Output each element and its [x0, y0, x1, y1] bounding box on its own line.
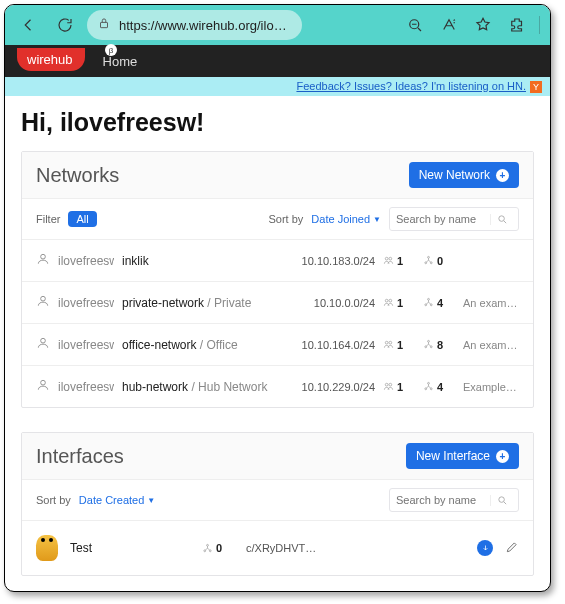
- zoom-icon[interactable]: [403, 13, 427, 37]
- favorite-icon[interactable]: [471, 13, 495, 37]
- owner: ilovefreesw: [58, 254, 114, 268]
- public-key: c/XRyDHVT…: [246, 542, 356, 554]
- svg-point-9: [41, 296, 46, 301]
- interface-avatar: [36, 535, 58, 561]
- network-row[interactable]: ilovefreesw office-network / Office 10.1…: [22, 324, 533, 366]
- peers-stat: 1: [383, 339, 415, 351]
- user-icon: [36, 252, 50, 269]
- svg-point-23: [389, 383, 392, 386]
- cidr: 10.10.0.0/24: [290, 297, 375, 309]
- user-icon: [36, 378, 50, 395]
- filter-label: Filter: [36, 213, 60, 225]
- links-stat: 4: [423, 297, 455, 309]
- lock-icon: [97, 16, 111, 34]
- svg-point-21: [41, 380, 46, 385]
- svg-rect-0: [101, 22, 108, 27]
- cidr: 10.10.164.0/24: [290, 339, 375, 351]
- feedback-banner: Feedback? Issues? Ideas? I'm listening o…: [5, 77, 550, 96]
- hn-badge[interactable]: Y: [530, 81, 542, 93]
- plus-icon: +: [496, 169, 509, 182]
- svg-point-18: [428, 340, 430, 342]
- plus-icon: +: [496, 450, 509, 463]
- user-icon: [36, 294, 50, 311]
- network-name: hub-network / Hub Network: [122, 380, 282, 394]
- url-text: https://www.wirehub.org/ilov…: [119, 18, 292, 33]
- svg-point-6: [428, 256, 430, 258]
- new-interface-button[interactable]: New Interface+: [406, 443, 519, 469]
- chevron-down-icon: ▼: [147, 496, 155, 505]
- owner: ilovefreesw: [58, 296, 114, 310]
- toolbar-divider: [539, 16, 540, 34]
- search-input[interactable]: [390, 494, 490, 506]
- interfaces-card: Interfaces New Interface+ Sort by Date C…: [21, 432, 534, 576]
- search-icon[interactable]: [490, 495, 514, 506]
- sort-select[interactable]: Date Joined▼: [311, 213, 381, 225]
- svg-point-5: [389, 257, 392, 260]
- sort-label: Sort by: [36, 494, 71, 506]
- svg-point-4: [385, 257, 388, 260]
- svg-point-2: [499, 215, 505, 221]
- description: An example of an office network: [463, 339, 519, 351]
- extensions-icon[interactable]: [505, 13, 529, 37]
- brand-logo[interactable]: wirehub: [17, 48, 85, 71]
- links-stat: 8: [423, 339, 455, 351]
- network-row[interactable]: ilovefreesw private-network / Private 10…: [22, 282, 533, 324]
- svg-point-10: [385, 299, 388, 302]
- edit-button[interactable]: [505, 540, 519, 557]
- svg-point-15: [41, 338, 46, 343]
- description: An example private network: [463, 297, 519, 309]
- chevron-down-icon: ▼: [373, 215, 381, 224]
- svg-point-16: [385, 341, 388, 344]
- network-name: office-network / Office: [122, 338, 282, 352]
- back-button[interactable]: [15, 11, 43, 39]
- interface-name: Test: [70, 541, 190, 555]
- description: Example of a Hub Network: [463, 381, 519, 393]
- svg-point-28: [207, 544, 209, 546]
- app-header: wirehub β Home: [5, 45, 550, 77]
- interfaces-title: Interfaces: [36, 445, 124, 468]
- svg-point-27: [499, 496, 505, 502]
- nav-home[interactable]: Home: [103, 54, 138, 69]
- svg-point-17: [389, 341, 392, 344]
- svg-point-11: [389, 299, 392, 302]
- peers-stat: 1: [383, 297, 415, 309]
- peers-stat: 1: [383, 255, 415, 267]
- page-title: Hi, ilovefreesw!: [21, 108, 534, 137]
- networks-search[interactable]: [389, 207, 519, 231]
- owner: ilovefreesw: [58, 338, 114, 352]
- network-name: inklik: [122, 254, 282, 268]
- networks-card: Networks New Network+ Filter All Sort by…: [21, 151, 534, 408]
- links-stat: 0: [202, 542, 234, 554]
- sort-label: Sort by: [269, 213, 304, 225]
- peers-stat: 1: [383, 381, 415, 393]
- user-icon: [36, 336, 50, 353]
- networks-title: Networks: [36, 164, 119, 187]
- cidr: 10.10.229.0/24: [290, 381, 375, 393]
- feedback-link[interactable]: Feedback? Issues? Ideas? I'm listening o…: [296, 80, 526, 92]
- address-bar[interactable]: https://www.wirehub.org/ilov…: [87, 10, 302, 40]
- svg-point-3: [41, 254, 46, 259]
- cidr: 10.10.183.0/24: [290, 255, 375, 267]
- svg-point-24: [428, 382, 430, 384]
- network-row[interactable]: ilovefreesw inklik 10.10.183.0/24 1 0: [22, 240, 533, 282]
- svg-point-12: [428, 298, 430, 300]
- interfaces-search[interactable]: [389, 488, 519, 512]
- network-name: private-network / Private: [122, 296, 282, 310]
- interface-row[interactable]: Test 0 c/XRyDHVT…: [22, 521, 533, 575]
- beta-badge: β: [105, 44, 117, 56]
- new-network-button[interactable]: New Network+: [409, 162, 519, 188]
- owner: ilovefreesw: [58, 380, 114, 394]
- search-icon[interactable]: [490, 214, 514, 225]
- download-button[interactable]: [477, 540, 493, 556]
- refresh-button[interactable]: [51, 11, 79, 39]
- filter-all-pill[interactable]: All: [68, 211, 96, 227]
- links-stat: 4: [423, 381, 455, 393]
- sort-select[interactable]: Date Created▼: [79, 494, 155, 506]
- links-stat: 0: [423, 255, 455, 267]
- svg-point-22: [385, 383, 388, 386]
- read-aloud-icon[interactable]: [437, 13, 461, 37]
- search-input[interactable]: [390, 213, 490, 225]
- network-row[interactable]: ilovefreesw hub-network / Hub Network 10…: [22, 366, 533, 407]
- browser-toolbar: https://www.wirehub.org/ilov…: [5, 5, 550, 45]
